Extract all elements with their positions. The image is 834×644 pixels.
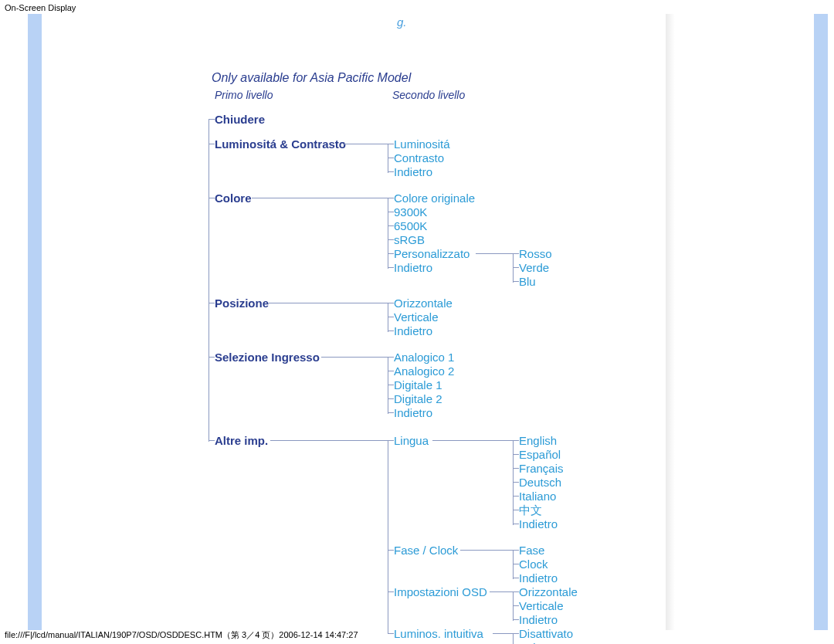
subsub-indietro: Indietro bbox=[519, 571, 558, 585]
menu-chiudere: Chiudere bbox=[215, 113, 265, 126]
submenu-personalizzato: Personalizzato bbox=[394, 247, 470, 260]
menu-posizione: Posizione bbox=[215, 297, 269, 310]
subsub-disattivato: Disattivato bbox=[519, 627, 573, 640]
submenu-fase-clock: Fase / Clock bbox=[394, 544, 458, 557]
decor-bar-right bbox=[814, 14, 828, 630]
submenu-6500k: 6500K bbox=[394, 219, 427, 232]
submenu-indietro: Indietro bbox=[394, 261, 432, 274]
submenu-indietro: Indietro bbox=[394, 406, 432, 419]
subsub-fase: Fase bbox=[519, 544, 544, 557]
submenu-analogico-2: Analogico 2 bbox=[394, 364, 454, 378]
decor-bar-left bbox=[28, 14, 42, 630]
clipped-text-fragment: g. bbox=[397, 15, 407, 29]
submenu-digitale-2: Digitale 2 bbox=[394, 392, 442, 405]
subsub-attivato: Attivato bbox=[519, 641, 558, 644]
subsub-clock: Clock bbox=[519, 558, 548, 571]
submenu-srgb: sRGB bbox=[394, 233, 425, 246]
document-page: g. Only available for Asia Pacific Model… bbox=[42, 14, 666, 630]
col-header-primo: Primo livello bbox=[215, 89, 273, 101]
submenu-verticale: Verticale bbox=[394, 310, 439, 324]
page-shadow bbox=[666, 14, 675, 630]
page-title: On-Screen Display bbox=[5, 3, 76, 12]
submenu-luminos-intuitiva: Luminos. intuitiva bbox=[394, 627, 483, 640]
col-header-secondo: Secondo livello bbox=[392, 89, 465, 101]
lang-deutsch: Deutsch bbox=[519, 476, 561, 489]
subsub-verticale: Verticale bbox=[519, 599, 564, 612]
menu-selezione-ingresso: Selezione Ingresso bbox=[215, 351, 320, 364]
submenu-indietro: Indietro bbox=[394, 324, 432, 337]
subsub-indietro: Indietro bbox=[519, 613, 558, 626]
lang-indietro: Indietro bbox=[519, 517, 558, 530]
lang-italiano: Italiano bbox=[519, 490, 556, 503]
submenu-impostazioni-osd: Impostazioni OSD bbox=[394, 585, 487, 598]
submenu-lingua: Lingua bbox=[394, 434, 429, 447]
lang-chinese: 中文 bbox=[519, 503, 542, 518]
section-heading: Only available for Asia Pacific Model bbox=[212, 71, 411, 85]
menu-altre-imp: Altre imp. bbox=[215, 434, 268, 447]
subsub-verde: Verde bbox=[519, 261, 549, 274]
menu-colore: Colore bbox=[215, 192, 252, 205]
footer-file-path: file:///F|/lcd/manual/ITALIAN/190P7/OSD/… bbox=[5, 629, 358, 641]
lang-english: English bbox=[519, 434, 557, 447]
submenu-analogico-1: Analogico 1 bbox=[394, 351, 454, 364]
submenu-digitale-1: Digitale 1 bbox=[394, 378, 442, 391]
subsub-orizzontale: Orizzontale bbox=[519, 585, 578, 598]
subsub-blu: Blu bbox=[519, 275, 536, 288]
submenu-luminosita: Luminositá bbox=[394, 137, 450, 151]
lang-francais: Français bbox=[519, 462, 564, 475]
submenu-orizzontale: Orizzontale bbox=[394, 297, 453, 310]
menu-luminosita-contrasto: Luminositá & Contrasto bbox=[215, 137, 346, 151]
lang-espanol: Español bbox=[519, 448, 561, 461]
submenu-colore-originale: Colore originale bbox=[394, 192, 475, 205]
submenu-9300k: 9300K bbox=[394, 205, 427, 219]
submenu-contrasto: Contrasto bbox=[394, 151, 444, 164]
subsub-rosso: Rosso bbox=[519, 247, 552, 260]
submenu-indietro: Indietro bbox=[394, 165, 432, 178]
